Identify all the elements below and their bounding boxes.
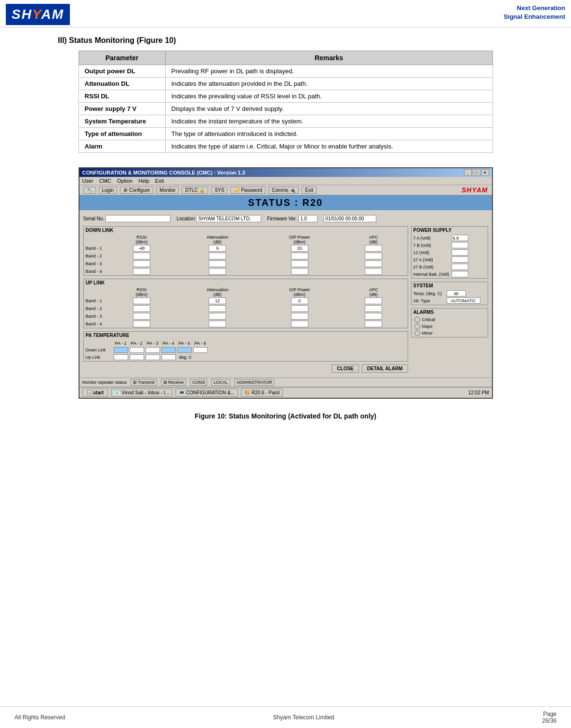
band-apc-input-empty[interactable] xyxy=(365,260,382,267)
uplink-row: Band - 3 xyxy=(84,312,408,320)
logo-area: SHYAM xyxy=(6,4,70,25)
band-rssi-input-empty[interactable] xyxy=(133,253,150,259)
band-apc-input-empty[interactable] xyxy=(365,245,382,252)
ul-band-op-input-empty[interactable] xyxy=(291,305,308,312)
close-button[interactable]: × xyxy=(481,169,489,176)
band-op-input-empty[interactable] xyxy=(291,260,308,267)
receive-label: Receive xyxy=(168,380,184,385)
band-rssi-input-empty[interactable] xyxy=(133,268,150,275)
ul-band-op-input-empty[interactable] xyxy=(291,321,308,327)
ul-band-atten-input-empty[interactable] xyxy=(209,321,226,327)
ul-band-atten-input-empty[interactable] xyxy=(209,313,226,320)
band-atten-input-empty[interactable] xyxy=(209,253,226,259)
ps-row: 27 A (Volt) xyxy=(413,256,486,263)
band-op-input-empty[interactable] xyxy=(291,268,308,275)
band-atten-input-empty[interactable] xyxy=(209,268,226,275)
band-apc-input-empty[interactable] xyxy=(365,253,382,259)
ul-band-apc-input-empty[interactable] xyxy=(365,321,382,327)
band-rssi xyxy=(108,297,176,305)
firmware-input[interactable] xyxy=(298,215,318,222)
ul-band-rssi-input-empty[interactable] xyxy=(133,305,150,312)
toolbar-sys[interactable]: SYS xyxy=(211,187,227,194)
taskbar-item-vinod[interactable]: 📧 Vinod Sati - Inbox - I... xyxy=(111,389,173,397)
cmc-titlebar-buttons: _ □ × xyxy=(464,169,489,176)
band-rssi-input-empty[interactable] xyxy=(133,260,150,267)
uplink-row: Band - 1 xyxy=(84,297,408,305)
ul-band-apc-input-empty[interactable] xyxy=(365,297,382,304)
toolbar-dtlc[interactable]: DTLC 🔒 xyxy=(182,187,208,194)
band-apc xyxy=(340,297,408,305)
band-atten xyxy=(175,268,259,275)
statusbar-user: ADMINISTRATOR xyxy=(234,379,275,386)
toolbar-monitor[interactable]: Monitor xyxy=(156,187,179,194)
ps-label: 7 B (Volt) xyxy=(413,243,450,248)
band-op-input-empty[interactable] xyxy=(291,253,308,259)
downlink-table: RSSI(dBm) Attenuation(dB) O/P Power(dBm)… xyxy=(84,235,408,275)
ul-band-atten-input-empty[interactable] xyxy=(209,305,226,312)
statusbar-receive: ⊞ Receive xyxy=(161,379,186,386)
band-rssi xyxy=(108,305,176,312)
band-atten xyxy=(175,312,259,320)
alarms-label: ALARMS xyxy=(413,310,488,315)
date-input[interactable] xyxy=(323,215,376,222)
menu-exit[interactable]: Exit xyxy=(155,178,164,184)
ul-band-rssi-input-empty[interactable] xyxy=(133,321,150,327)
toolbar-exit[interactable]: Exit xyxy=(302,187,317,194)
alarm-radio[interactable] xyxy=(414,317,420,323)
band-apc-input-empty[interactable] xyxy=(365,268,382,275)
alarm-radio[interactable] xyxy=(414,330,420,336)
logo: SHYAM xyxy=(6,4,70,25)
bottom-buttons: CLOSE DETAIL ALARM xyxy=(83,364,408,373)
minimize-button[interactable]: _ xyxy=(464,169,472,176)
right-column: POWER SUPPLY 7 A (Volt)7 B (Volt)12 (Vol… xyxy=(411,226,488,375)
ps-input[interactable] xyxy=(451,256,468,263)
ps-input[interactable] xyxy=(451,249,468,256)
pa1-header: PA - 1 xyxy=(114,341,128,346)
band-op-input[interactable] xyxy=(291,245,308,252)
start-button[interactable]: 🪟 start xyxy=(82,389,108,397)
serial-input[interactable] xyxy=(106,215,171,222)
ul-band-atten-input[interactable] xyxy=(209,297,226,304)
ul-band-op-input[interactable] xyxy=(291,297,308,304)
header-tagline: Next Generation Signal Enhancement xyxy=(504,4,565,21)
toolbar-comms[interactable]: Comms 🔌 xyxy=(268,187,299,194)
ul-band-apc-input-empty[interactable] xyxy=(365,305,382,312)
temp-input[interactable] xyxy=(447,290,466,297)
att-input[interactable] xyxy=(447,297,480,304)
alarm-radio[interactable] xyxy=(414,324,420,329)
taskbar-item-config[interactable]: 💻 CONFIGURATION &... xyxy=(175,389,238,397)
band-atten-input-empty[interactable] xyxy=(209,260,226,267)
ps-input[interactable] xyxy=(451,271,468,277)
band-op xyxy=(259,320,340,328)
toolbar-icon[interactable]: 🔧 xyxy=(83,187,96,194)
toolbar-login[interactable]: Login xyxy=(99,187,117,194)
band-atten-input[interactable] xyxy=(209,245,226,252)
menu-cmc[interactable]: CMC xyxy=(99,178,111,184)
ps-input[interactable] xyxy=(451,242,468,248)
menu-option[interactable]: Option xyxy=(117,178,133,184)
close-button[interactable]: CLOSE xyxy=(332,364,359,373)
menu-user[interactable]: User xyxy=(82,178,93,184)
ul-band-rssi-input-empty[interactable] xyxy=(133,313,150,320)
param-cell: Alarm xyxy=(79,140,165,153)
ul-band-op-input-empty[interactable] xyxy=(291,313,308,320)
statusbar-mode: LOCAL xyxy=(211,379,230,386)
ps-input[interactable] xyxy=(451,235,468,241)
ul-band-apc-input-empty[interactable] xyxy=(365,313,382,320)
maximize-button[interactable]: □ xyxy=(473,169,480,176)
downlink-row: Band - 1 xyxy=(84,244,408,252)
taskbar-item-paint[interactable]: 🎨 R20.6 - Paint xyxy=(241,389,283,397)
ps-input[interactable] xyxy=(451,264,468,270)
ul-band-rssi-input-empty[interactable] xyxy=(133,297,150,304)
start-icon: 🪟 xyxy=(87,390,93,395)
uplink-section: UP LINK RSSI(dBm) Attenuation(dB) O/P Po… xyxy=(83,279,408,328)
firmware-field: Firmware Ver. xyxy=(267,215,318,222)
pa-dl-4 xyxy=(161,347,176,353)
toolbar-configure[interactable]: ⚙ Configure xyxy=(120,187,153,194)
toolbar-password[interactable]: 🔑 Password xyxy=(230,187,266,194)
menu-help[interactable]: Help xyxy=(138,178,149,184)
band-rssi-input[interactable] xyxy=(133,245,150,252)
pa-ul-1 xyxy=(114,354,128,360)
detail-alarm-button[interactable]: DETAIL ALARM xyxy=(362,364,408,373)
location-input[interactable] xyxy=(196,215,261,222)
